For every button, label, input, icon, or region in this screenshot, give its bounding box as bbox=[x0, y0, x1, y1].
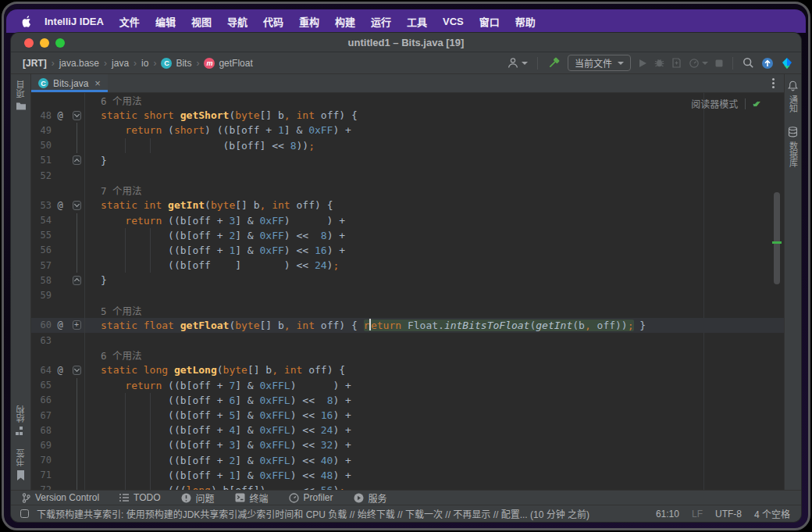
editor-gutter[interactable] bbox=[31, 93, 85, 108]
code-line[interactable]: 71 ((b[off + 1] & 0xFFL) << 48) + bbox=[31, 468, 784, 483]
editor-gutter[interactable] bbox=[31, 303, 85, 318]
editor-gutter[interactable]: 69 bbox=[31, 437, 85, 452]
breadcrumb-java-base[interactable]: java.base bbox=[57, 57, 102, 70]
code-line[interactable]: 70 ((b[off + 2] & 0xFFL) << 40) + bbox=[31, 453, 784, 468]
line-number[interactable]: 70 bbox=[31, 455, 52, 466]
line-number[interactable]: 59 bbox=[31, 290, 52, 301]
code-text[interactable]: return ((b[off + 7] & 0xFFL) ) + bbox=[101, 380, 351, 391]
menu-help[interactable]: 帮助 bbox=[508, 14, 543, 29]
code-line[interactable]: 50 (b[off] << 8)); bbox=[31, 138, 784, 153]
menu-run[interactable]: 运行 bbox=[363, 14, 399, 29]
code-text[interactable]: ((b[off ] ) << 24); bbox=[101, 259, 339, 271]
code-text[interactable]: ((b[off + 1] & 0xFFL) << 48) + bbox=[101, 470, 351, 481]
stop-button[interactable] bbox=[715, 59, 723, 67]
editor-gutter[interactable]: 57 bbox=[31, 258, 85, 273]
line-number[interactable]: 52 bbox=[31, 170, 52, 181]
editor-gutter[interactable]: 65 bbox=[31, 378, 85, 393]
fold-marker-icon[interactable] bbox=[73, 201, 81, 210]
tool-window-project[interactable]: 项目 bbox=[15, 80, 27, 111]
coverage-button[interactable] bbox=[671, 58, 682, 68]
apple-icon[interactable] bbox=[22, 16, 32, 27]
annotation-gutter-icon[interactable]: @ bbox=[52, 365, 69, 376]
fold-column[interactable] bbox=[69, 378, 84, 393]
menu-view[interactable]: 视图 bbox=[183, 14, 219, 29]
menu-window[interactable]: 窗口 bbox=[472, 14, 508, 29]
fold-column[interactable] bbox=[69, 423, 84, 437]
fold-column[interactable] bbox=[69, 213, 84, 228]
no-problems-icon[interactable] bbox=[753, 98, 760, 109]
minimize-window-button[interactable] bbox=[40, 38, 49, 48]
usages-hint-line[interactable]: 7 个用法 bbox=[31, 183, 784, 198]
editor-gutter[interactable]: 58 bbox=[31, 273, 85, 287]
code-line[interactable]: 51} bbox=[31, 153, 784, 168]
line-number[interactable]: 67 bbox=[31, 410, 52, 421]
menu-tools[interactable]: 工具 bbox=[399, 14, 435, 29]
editor-gutter[interactable]: 68 bbox=[31, 423, 85, 437]
editor-gutter[interactable]: 48@ bbox=[31, 108, 85, 123]
line-ending-widget[interactable]: LF bbox=[692, 509, 703, 520]
fold-marker-icon[interactable]: + bbox=[73, 320, 81, 330]
code-text[interactable]: ((b[off + 2] & 0xFFL) << 40) + bbox=[101, 455, 351, 466]
code-text[interactable]: } bbox=[101, 274, 107, 286]
breadcrumb-io[interactable]: io bbox=[139, 57, 151, 70]
tool-window-terminal[interactable]: 终端 bbox=[235, 491, 269, 505]
fold-column[interactable] bbox=[69, 333, 84, 348]
fold-column[interactable] bbox=[69, 362, 84, 377]
tool-window-database[interactable]: 数据库 bbox=[787, 127, 800, 167]
line-number[interactable]: 48 bbox=[31, 110, 52, 121]
annotation-gutter-icon[interactable]: @ bbox=[52, 110, 69, 121]
line-number[interactable]: 72 bbox=[31, 484, 52, 490]
tool-window-problems[interactable]: 问题 bbox=[181, 491, 215, 505]
tool-window-bookmarks[interactable]: 书签 bbox=[15, 449, 27, 480]
editor-gutter[interactable]: 63 bbox=[31, 333, 85, 348]
status-message[interactable]: 下载预构建共享索引: 使用预构建的JDK共享索引减少索引时间和 CPU 负载 /… bbox=[37, 507, 648, 520]
code-text[interactable]: ((b[off + 2] & 0xFF) << 8) + bbox=[101, 230, 345, 241]
line-number[interactable]: 57 bbox=[31, 260, 52, 271]
line-number[interactable]: 50 bbox=[31, 140, 52, 151]
editor-gutter[interactable]: 59 bbox=[31, 287, 85, 302]
close-window-button[interactable] bbox=[24, 38, 34, 48]
fold-column[interactable] bbox=[69, 93, 84, 108]
editor-options-kebab-icon[interactable] bbox=[763, 74, 784, 92]
code-line[interactable]: 53@static int getInt(byte[] b, int off) … bbox=[31, 198, 784, 212]
code-line[interactable]: 49 return (short) ((b[off + 1] & 0xFF) + bbox=[31, 123, 784, 137]
user-profile-button[interactable] bbox=[507, 57, 528, 69]
line-number[interactable]: 49 bbox=[31, 125, 52, 136]
line-number[interactable]: 69 bbox=[31, 440, 52, 451]
fold-column[interactable] bbox=[69, 453, 84, 468]
code-text[interactable]: static int getInt(byte[] b, int off) { bbox=[101, 199, 333, 211]
menu-intellij-idea[interactable]: IntelliJ IDEA bbox=[37, 16, 112, 27]
code-line[interactable]: 57 ((b[off ] ) << 24); bbox=[31, 258, 784, 273]
fold-column[interactable] bbox=[69, 153, 84, 168]
code-line[interactable]: 72 (((long) b[off]) << 56); bbox=[31, 483, 784, 490]
code-line[interactable]: 59 bbox=[31, 287, 784, 302]
tool-window-services[interactable]: 服务 bbox=[354, 491, 387, 505]
line-number[interactable]: 58 bbox=[31, 275, 52, 286]
annotation-gutter-icon[interactable]: @ bbox=[52, 320, 69, 330]
code-text[interactable]: ((b[off + 6] & 0xFFL) << 8) + bbox=[101, 395, 351, 406]
code-line[interactable]: 63 bbox=[31, 333, 784, 348]
editor-gutter[interactable]: 56 bbox=[31, 243, 85, 258]
editor-scrollbar[interactable] bbox=[774, 192, 780, 284]
debug-button[interactable] bbox=[654, 58, 664, 68]
editor-gutter[interactable]: 52 bbox=[31, 168, 85, 183]
run-button[interactable] bbox=[638, 59, 647, 68]
line-number[interactable]: 55 bbox=[31, 230, 52, 241]
tool-window-profiler[interactable]: Profiler bbox=[289, 492, 333, 503]
usages-hint-line[interactable]: 6 个用法 bbox=[31, 348, 784, 362]
code-line[interactable]: 67 ((b[off + 5] & 0xFFL) << 16) + bbox=[31, 408, 784, 423]
update-available-icon[interactable] bbox=[761, 57, 774, 70]
editor-gutter[interactable]: 49 bbox=[31, 123, 85, 137]
fold-column[interactable] bbox=[69, 273, 84, 287]
line-number[interactable]: 54 bbox=[31, 215, 52, 226]
fold-marker-icon[interactable] bbox=[73, 276, 81, 285]
line-number[interactable]: 68 bbox=[31, 425, 52, 436]
menu-file[interactable]: 文件 bbox=[112, 14, 148, 29]
code-line[interactable]: 58} bbox=[31, 273, 784, 287]
tool-window-todo[interactable]: TODO bbox=[119, 492, 160, 503]
fold-column[interactable] bbox=[69, 393, 84, 408]
code-text[interactable]: static short getShort(byte[] b, int off)… bbox=[101, 109, 358, 121]
code-editor[interactable]: 6 个用法48@static short getShort(byte[] b, … bbox=[31, 93, 784, 490]
code-text[interactable]: (((long) b[off]) << 56); bbox=[101, 484, 345, 490]
code-line[interactable]: 48@static short getShort(byte[] b, int o… bbox=[31, 108, 784, 123]
